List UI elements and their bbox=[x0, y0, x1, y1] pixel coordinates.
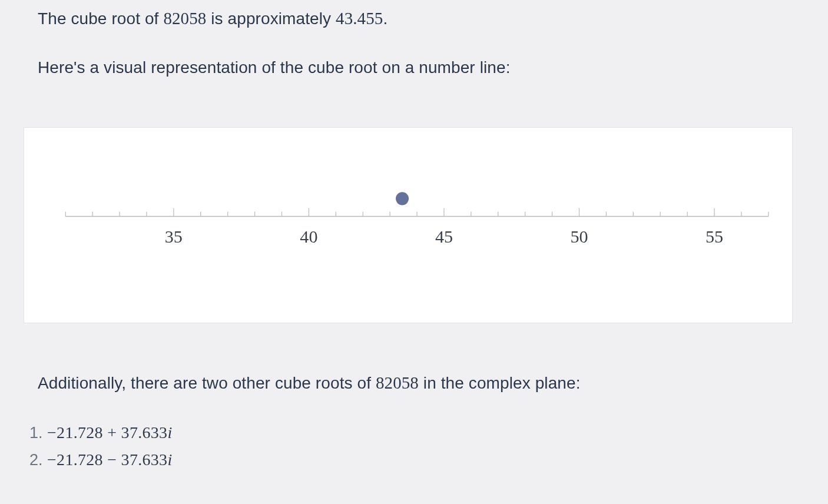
imaginary-unit: i bbox=[167, 450, 172, 469]
list-item: −21.728 + 37.633i bbox=[47, 419, 793, 446]
number-line-svg: 3540455055 bbox=[24, 128, 792, 323]
number-line-chart: 3540455055 bbox=[24, 127, 793, 323]
document-page: The cube root of 82058 is approximately … bbox=[0, 0, 828, 491]
text-span: in the complex plane: bbox=[419, 374, 581, 392]
value-82058: 82058 bbox=[163, 9, 206, 28]
svg-text:35: 35 bbox=[165, 226, 183, 246]
text-span: Additionally, there are two other cube r… bbox=[38, 374, 376, 392]
visual-intro-paragraph: Here's a visual representation of the cu… bbox=[38, 55, 793, 80]
svg-text:55: 55 bbox=[706, 226, 723, 246]
list-item: −21.728 − 37.633i bbox=[47, 446, 793, 473]
root-value: −21.728 + 37.633 bbox=[47, 423, 167, 442]
complex-root-2: −21.728 − 37.633i bbox=[47, 450, 172, 469]
value-82058-b: 82058 bbox=[376, 373, 419, 392]
svg-text:45: 45 bbox=[435, 226, 453, 246]
svg-text:50: 50 bbox=[570, 226, 588, 246]
imaginary-unit: i bbox=[167, 423, 172, 442]
complex-roots-list: −21.728 + 37.633i −21.728 − 37.633i bbox=[32, 419, 793, 473]
value-43-455: 43.455 bbox=[336, 9, 383, 28]
text-span: is approximately bbox=[206, 9, 336, 28]
svg-point-33 bbox=[396, 192, 409, 205]
text-span: . bbox=[383, 9, 387, 28]
svg-text:40: 40 bbox=[300, 226, 317, 246]
intro-paragraph: The cube root of 82058 is approximately … bbox=[38, 6, 793, 32]
complex-roots-paragraph: Additionally, there are two other cube r… bbox=[38, 370, 793, 396]
complex-root-1: −21.728 + 37.633i bbox=[47, 423, 172, 442]
text-span: The cube root of bbox=[38, 9, 163, 28]
root-value: −21.728 − 37.633 bbox=[47, 450, 167, 469]
